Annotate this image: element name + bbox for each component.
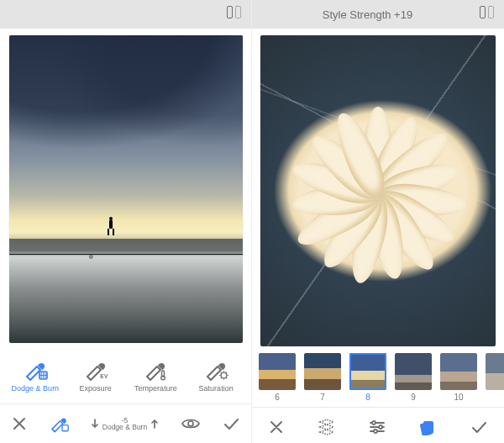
image-canvas[interactable]: [252, 29, 504, 350]
svg-point-8: [374, 430, 377, 433]
tool-label: Dodge & Burn: [12, 384, 60, 393]
eye-icon: [181, 415, 201, 432]
style-thumb-7[interactable]: 7: [304, 353, 341, 402]
svg-point-5: [188, 421, 193, 426]
styles-tab-button[interactable]: [418, 419, 437, 435]
tool-saturation[interactable]: Saturation: [189, 359, 243, 393]
style-strength-label: Style Strength +19: [262, 8, 473, 21]
editor-pane-brush: Dodge & Burn EV Exposure Tempe: [0, 0, 251, 443]
editor-pane-styles: Style Strength +19: [251, 0, 504, 443]
styles-card-icon: [418, 419, 437, 435]
tool-exposure[interactable]: EV Exposure: [69, 359, 123, 393]
cancel-button[interactable]: [268, 419, 285, 435]
svg-point-2: [161, 376, 165, 380]
tool-temperature[interactable]: Temperature: [129, 359, 182, 393]
compare-icon[interactable]: [227, 6, 241, 23]
mask-tool-button[interactable]: [49, 414, 69, 433]
style-thumb-strip[interactable]: 6 7 8 9 10: [252, 350, 504, 407]
topbar: Style Strength +19: [252, 0, 504, 29]
stacks-icon: [318, 419, 336, 435]
badge-ev: EV: [100, 373, 108, 379]
arrow-down-icon: [91, 418, 99, 430]
style-thumb-9[interactable]: 9: [395, 353, 432, 402]
amount-label: Dodge & Burn: [102, 424, 147, 431]
apply-button[interactable]: [470, 419, 488, 435]
tool-label: Saturation: [199, 384, 234, 393]
visibility-button[interactable]: [181, 415, 201, 432]
brush-tool-shelf: Dodge & Burn EV Exposure Tempe: [0, 346, 251, 403]
stacks-button[interactable]: [318, 419, 336, 435]
topbar: [0, 0, 251, 29]
tool-label: Exposure: [80, 384, 112, 393]
style-thumb-11[interactable]: [486, 353, 504, 393]
edited-image: [9, 35, 243, 343]
svg-point-6: [372, 421, 375, 425]
style-action-bar: [252, 407, 504, 443]
apply-button[interactable]: [222, 415, 240, 432]
tune-icon: [368, 419, 386, 435]
arrow-up-icon: [150, 418, 159, 430]
brush-action-bar: -5 Dodge & Burn: [0, 403, 251, 443]
cancel-button[interactable]: [11, 415, 28, 432]
style-thumb-8[interactable]: 8: [349, 353, 386, 402]
style-thumb-6[interactable]: 6: [259, 353, 296, 402]
style-thumb-10[interactable]: 10: [440, 353, 477, 402]
brush-amount-stepper[interactable]: -5 Dodge & Burn: [91, 417, 159, 431]
tune-button[interactable]: [368, 419, 386, 435]
image-canvas[interactable]: [0, 29, 251, 346]
tool-label: Temperature: [134, 384, 177, 393]
svg-rect-4: [62, 425, 68, 431]
svg-point-3: [221, 372, 227, 378]
edited-image: [260, 35, 496, 346]
svg-point-7: [379, 425, 382, 429]
compare-icon[interactable]: [480, 6, 494, 23]
tool-dodge-and-burn[interactable]: Dodge & Burn: [8, 359, 62, 393]
